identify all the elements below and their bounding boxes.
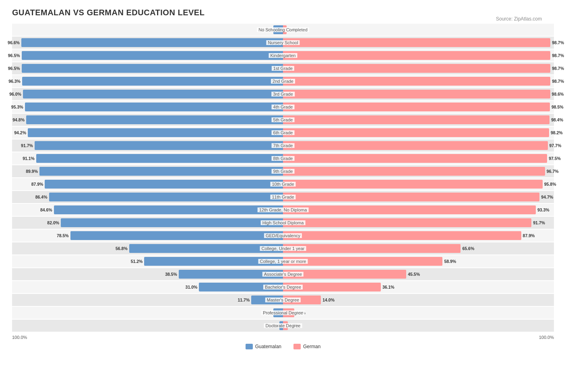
bar-row: 96.6%98.7%Nursery School	[12, 37, 554, 49]
guatemalan-bar: 91.7%	[35, 141, 283, 150]
german-bar: 36.1%	[283, 283, 381, 291]
guatemalan-bar: 82.0%	[61, 218, 283, 227]
bar-row: 94.2%98.2%6th Grade	[12, 127, 554, 139]
german-value: 98.5%	[552, 105, 564, 109]
guatemalan-bar: 56.8%	[129, 244, 283, 253]
bar-row: 87.9%95.8%10th Grade	[12, 178, 554, 190]
german-bar: 65.6%	[283, 244, 461, 253]
bar-row: 96.0%98.6%3rd Grade	[12, 88, 554, 100]
german-value: 98.7%	[552, 53, 564, 58]
bar-row: 96.5%98.7%1st Grade	[12, 62, 554, 74]
guatemalan-value: 96.5%	[8, 66, 20, 71]
german-value: 98.7%	[552, 79, 564, 84]
german-value: 4.1%	[296, 310, 306, 315]
bar-row: 96.5%98.7%Kindergarten	[12, 49, 554, 62]
guatemalan-bar: 3.5%	[273, 308, 283, 317]
german-bar: 4.1%	[283, 308, 294, 317]
guatemalan-bar: 87.9%	[45, 180, 283, 189]
guatemalan-bar: 38.5%	[179, 270, 283, 279]
guatemalan-bar: 96.3%	[22, 77, 283, 86]
guatemalan-value: 78.5%	[57, 233, 69, 238]
legend: Guatemalan German	[12, 344, 554, 349]
german-value: 14.0%	[322, 298, 335, 302]
german-value: 1.4%	[288, 27, 298, 32]
guatemalan-bar: 78.5%	[70, 231, 283, 240]
bottom-right-label: 100.0%	[539, 335, 554, 340]
guatemalan-value: 11.7%	[238, 298, 250, 302]
german-value: 94.7%	[541, 195, 553, 199]
german-bar: 95.8%	[283, 180, 543, 189]
guatemalan-bar: 89.9%	[39, 167, 283, 176]
legend-german: German	[293, 344, 320, 349]
guatemalan-value: 1.4%	[268, 323, 278, 328]
german-value: 95.8%	[544, 182, 556, 187]
german-value: 93.3%	[537, 207, 549, 212]
legend-blue-box	[246, 344, 253, 349]
german-value: 45.5%	[408, 272, 420, 277]
german-bar: 98.7%	[283, 38, 550, 47]
german-bar: 91.7%	[283, 218, 531, 227]
german-bar: 97.7%	[283, 141, 548, 150]
german-bar: 14.0%	[283, 296, 321, 304]
guatemalan-bar: 96.0%	[23, 90, 283, 99]
guatemalan-bar: 1.4%	[279, 321, 283, 330]
german-value: 98.6%	[552, 92, 564, 96]
german-bar: 94.7%	[283, 193, 539, 201]
guatemalan-value: 51.2%	[131, 259, 143, 264]
bar-row: 1.4%1.8%Doctorate Degree	[12, 320, 554, 332]
german-bar: 98.7%	[283, 64, 550, 73]
guatemalan-value: 96.5%	[8, 53, 20, 58]
german-value: 98.4%	[551, 117, 563, 122]
bar-row: 86.4%94.7%11th Grade	[12, 191, 554, 203]
guatemalan-value: 87.9%	[31, 182, 43, 187]
bar-row: 38.5%45.5%Associate's Degree	[12, 268, 554, 280]
bottom-left-label: 100.0%	[12, 335, 27, 340]
guatemalan-bar: 91.1%	[36, 154, 283, 163]
guatemalan-value: 91.1%	[23, 156, 35, 161]
german-bar: 98.5%	[283, 103, 550, 111]
guatemalan-bar: 3.5%	[273, 25, 283, 34]
legend-german-label: German	[303, 344, 320, 349]
guatemalan-value: 82.0%	[47, 220, 59, 225]
guatemalan-value: 96.0%	[9, 92, 21, 96]
bar-row: 91.1%97.5%8th Grade	[12, 152, 554, 164]
guatemalan-value: 56.8%	[116, 246, 128, 251]
guatemalan-bar: 96.5%	[22, 64, 283, 73]
guatemalan-value: 96.6%	[8, 40, 20, 45]
legend-guatemalan: Guatemalan	[246, 344, 281, 349]
bar-row: 31.0%36.1%Bachelor's Degree	[12, 281, 554, 293]
german-value: 97.7%	[549, 143, 562, 148]
german-value: 58.9%	[444, 259, 456, 264]
german-bar: 98.7%	[283, 51, 550, 60]
guatemalan-value: 96.3%	[8, 79, 21, 84]
bar-row: 3.5%1.4%No Schooling Completed	[12, 24, 554, 36]
bar-row: 96.3%98.7%2nd Grade	[12, 75, 554, 87]
german-bar: 1.8%	[283, 321, 288, 330]
german-value: 98.7%	[552, 66, 564, 71]
german-bar: 58.9%	[283, 257, 442, 266]
german-value: 36.1%	[382, 285, 395, 289]
guatemalan-bar: 94.2%	[28, 128, 283, 137]
legend-guatemalan-label: Guatemalan	[255, 344, 281, 349]
bottom-axis-labels: 100.0% 100.0%	[12, 335, 554, 340]
legend-pink-box	[293, 344, 301, 349]
german-bar: 98.2%	[283, 128, 549, 137]
bar-row: 56.8%65.6%College, Under 1 year	[12, 242, 554, 254]
guatemalan-bar: 84.6%	[54, 205, 283, 214]
german-value: 98.2%	[551, 130, 563, 135]
guatemalan-bar: 51.2%	[144, 257, 283, 266]
german-value: 87.9%	[523, 233, 535, 238]
source-label: Source: ZipAtlas.com	[496, 16, 542, 22]
guatemalan-bar: 11.7%	[251, 296, 283, 304]
german-bar: 45.5%	[283, 270, 406, 279]
german-value: 96.7%	[547, 169, 559, 174]
guatemalan-bar: 86.4%	[49, 193, 283, 201]
guatemalan-value: 3.5%	[262, 310, 272, 315]
guatemalan-bar: 95.3%	[25, 103, 283, 111]
german-value: 97.5%	[549, 156, 561, 161]
guatemalan-value: 95.3%	[11, 105, 23, 109]
bar-row: 95.3%98.5%4th Grade	[12, 101, 554, 113]
guatemalan-bar: 96.6%	[21, 38, 283, 47]
guatemalan-value: 3.5%	[262, 27, 272, 32]
guatemalan-value: 94.8%	[12, 117, 25, 122]
